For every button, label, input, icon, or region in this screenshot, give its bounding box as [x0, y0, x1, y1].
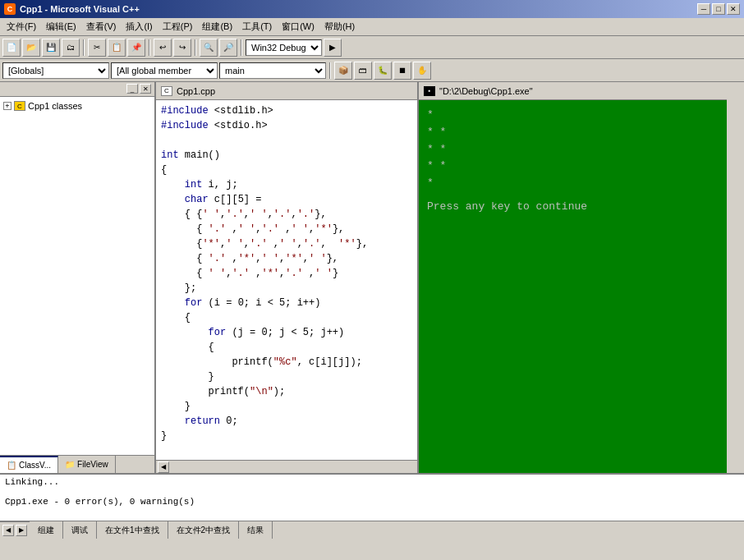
- nav-next-btn[interactable]: ▶: [16, 525, 27, 536]
- output-line-3: Cpp1.exe - 0 error(s), 0 warning(s): [5, 497, 739, 507]
- menu-view[interactable]: 查看(V): [81, 19, 122, 34]
- menu-tools[interactable]: 工具(T): [237, 19, 277, 34]
- close-button[interactable]: ✕: [727, 3, 740, 15]
- console-line-1: *: [427, 107, 719, 124]
- console-panel: ▪ "D:\2\Debug\Cpp1.exe" * * * * * * * * …: [419, 82, 727, 473]
- bottom-nav: ◀ ▶: [0, 521, 30, 538]
- menu-file[interactable]: 文件(F): [2, 19, 41, 34]
- menu-project[interactable]: 工程(P): [158, 19, 198, 34]
- class-view-panel: _ ✕ + C Cpp1 classes 📋 ClassV... 📁 FileV…: [0, 82, 156, 473]
- menu-insert[interactable]: 插入(I): [121, 19, 157, 34]
- output-tabs: ◀ ▶ 组建 调试 在文件1中查找 在文件2中查找 结果: [0, 521, 744, 539]
- tab-find1[interactable]: 在文件1中查找: [97, 521, 168, 539]
- save-btn[interactable]: 💾: [42, 39, 60, 57]
- horizontal-scrollbar[interactable]: ◀: [156, 460, 417, 473]
- tree-expand-icon[interactable]: +: [3, 102, 11, 110]
- scroll-left-btn[interactable]: ◀: [158, 461, 169, 473]
- panel-close[interactable]: ✕: [140, 84, 151, 94]
- panel-minimize[interactable]: _: [126, 84, 138, 94]
- panel-header: _ ✕: [0, 82, 154, 97]
- debug-btn[interactable]: 🐛: [374, 62, 392, 80]
- member-dropdown[interactable]: [All global member: [111, 62, 218, 79]
- sep3: [195, 39, 196, 56]
- code-editor-panel: C Cpp1.cpp #include <stdlib.h> #include …: [156, 82, 419, 473]
- output-content: Linking... Cpp1.exe - 0 error(s), 0 warn…: [0, 475, 744, 521]
- cut-btn[interactable]: ✂: [88, 39, 106, 57]
- new-file-btn[interactable]: 📄: [2, 39, 21, 57]
- fileview-tab-label: FileView: [77, 460, 108, 469]
- press-any-key-text: Press any key to continue: [427, 199, 719, 216]
- panel-tabs: 📋 ClassV... 📁 FileView: [0, 455, 154, 473]
- output-line-2: [5, 487, 739, 497]
- cpp1-icon: C: [14, 101, 25, 111]
- tab-debug[interactable]: 调试: [63, 521, 97, 539]
- tree-root-item[interactable]: + C Cpp1 classes: [3, 100, 151, 112]
- code-filename: Cpp1.cpp: [177, 86, 215, 96]
- output-line-1: Linking...: [5, 477, 739, 487]
- sep1: [83, 39, 85, 56]
- globals-dropdown[interactable]: [Globals]: [2, 62, 109, 79]
- paste-btn[interactable]: 📌: [127, 39, 145, 57]
- output-panel: Linking... Cpp1.exe - 0 error(s), 0 warn…: [0, 473, 744, 539]
- menu-help[interactable]: 帮助(H): [319, 19, 360, 34]
- app-icon: C: [4, 3, 16, 15]
- stop-btn[interactable]: ⏹: [393, 62, 411, 80]
- undo-btn[interactable]: ↩: [154, 39, 172, 57]
- title-bar-left: C Cpp1 - Microsoft Visual C++: [4, 3, 140, 15]
- find-btn[interactable]: 🔍: [200, 39, 218, 57]
- console-line-2: * *: [427, 124, 719, 141]
- console-icon: ▪: [424, 86, 435, 96]
- code-editor[interactable]: #include <stdlib.h> #include <stdio.h> i…: [156, 100, 417, 460]
- classview-tab-icon: 📋: [7, 461, 16, 470]
- nav-prev-btn[interactable]: ◀: [2, 525, 14, 536]
- tab-result[interactable]: 结果: [239, 521, 273, 539]
- redo-btn[interactable]: ↪: [173, 39, 191, 57]
- open-btn[interactable]: 📂: [22, 39, 40, 57]
- sep4: [241, 39, 242, 56]
- tab-find2[interactable]: 在文件2中查找: [168, 521, 240, 539]
- console-header: ▪ "D:\2\Debug\Cpp1.exe": [419, 82, 727, 100]
- classview-tab-label: ClassV...: [19, 461, 51, 470]
- tree-content: + C Cpp1 classes: [0, 97, 154, 455]
- console-line-3: * *: [427, 141, 719, 158]
- menu-edit[interactable]: 编辑(E): [41, 19, 81, 34]
- menu-bar: 文件(F) 编辑(E) 查看(V) 插入(I) 工程(P) 组建(B) 工具(T…: [0, 18, 744, 36]
- function-dropdown[interactable]: main: [219, 62, 326, 79]
- run-btn[interactable]: ▶: [324, 39, 342, 57]
- app-title: Cpp1 - Microsoft Visual C++: [20, 4, 140, 14]
- class-view-btn[interactable]: 📦: [334, 62, 352, 80]
- window-controls: ─ □ ✕: [697, 3, 740, 15]
- tab-build[interactable]: 组建: [30, 521, 63, 539]
- save-all-btn[interactable]: 🗂: [62, 39, 80, 57]
- menu-build[interactable]: 组建(B): [197, 19, 237, 34]
- copy-btn[interactable]: 📋: [108, 39, 126, 57]
- fileview-tab[interactable]: 📁 FileView: [58, 456, 116, 473]
- cpp-file-icon: C: [161, 86, 172, 96]
- sep2: [149, 39, 150, 56]
- fileview-tab-icon: 📁: [65, 460, 75, 469]
- tree-root-label: Cpp1 classes: [28, 101, 82, 111]
- console-title: "D:\2\Debug\Cpp1.exe": [439, 86, 533, 96]
- resource-btn[interactable]: 🗃: [354, 62, 372, 80]
- console-line-5: *: [427, 175, 719, 192]
- build-config-dropdown[interactable]: Win32 Debug: [246, 39, 322, 56]
- toolbar-1: 📄 📂 💾 🗂 ✂ 📋 📌 ↩ ↪ 🔍 🔎 Win32 Debug ▶: [0, 36, 744, 59]
- title-bar: C Cpp1 - Microsoft Visual C++ ─ □ ✕: [0, 0, 744, 18]
- minimize-button[interactable]: ─: [697, 3, 710, 15]
- console-line-4: * *: [427, 158, 719, 175]
- menu-window[interactable]: 窗口(W): [277, 19, 319, 34]
- main-area: _ ✕ + C Cpp1 classes 📋 ClassV... 📁 FileV…: [0, 82, 744, 473]
- find2-btn[interactable]: 🔎: [219, 39, 237, 57]
- maximize-button[interactable]: □: [712, 3, 725, 15]
- sep5: [329, 62, 331, 79]
- console-output: * * * * * * * * Press any key to continu…: [419, 100, 727, 473]
- code-header: C Cpp1.cpp: [156, 82, 417, 100]
- toolbar-2: [Globals] [All global member main 📦 🗃 🐛 …: [0, 59, 744, 82]
- classview-tab[interactable]: 📋 ClassV...: [0, 456, 58, 473]
- hand-btn[interactable]: ✋: [413, 62, 431, 80]
